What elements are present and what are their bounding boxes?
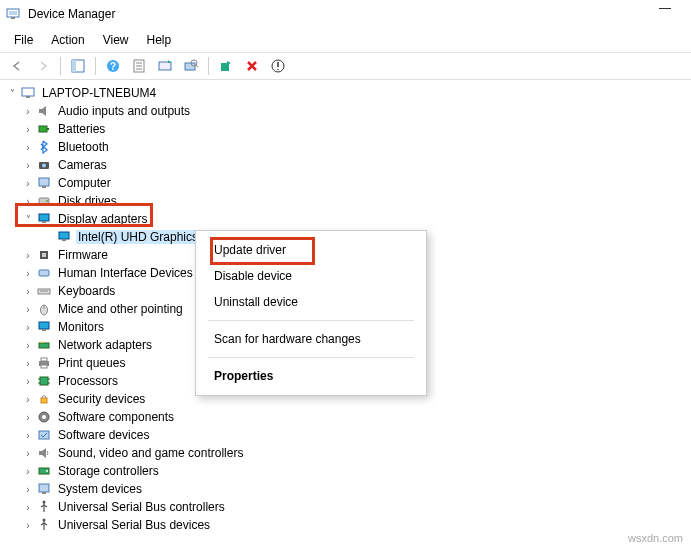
chevron-right-icon[interactable]: › [22, 484, 34, 495]
enable-button[interactable] [215, 55, 237, 77]
properties-button[interactable] [128, 55, 150, 77]
svg-text:?: ? [110, 61, 116, 72]
tree-item-usb-devices[interactable]: ›Universal Serial Bus devices [2, 516, 689, 534]
tree-item-batteries[interactable]: ›Batteries [2, 120, 689, 138]
monitor-icon [36, 319, 52, 335]
svg-point-26 [46, 200, 48, 202]
tree-item-bluetooth[interactable]: ›Bluetooth [2, 138, 689, 156]
chevron-down-icon[interactable]: ˅ [22, 214, 34, 225]
svg-point-59 [43, 519, 46, 522]
tree-label: Storage controllers [56, 464, 161, 478]
scan-button[interactable] [180, 55, 202, 77]
tree-label: Keyboards [56, 284, 117, 298]
chevron-right-icon[interactable]: › [22, 340, 34, 351]
chevron-right-icon[interactable]: › [22, 196, 34, 207]
tree-item-sound[interactable]: ›Sound, video and game controllers [2, 444, 689, 462]
component-icon [36, 409, 52, 425]
printer-icon [36, 355, 52, 371]
tree-item-storage[interactable]: ›Storage controllers [2, 462, 689, 480]
chevron-right-icon[interactable]: › [22, 448, 34, 459]
chevron-right-icon[interactable]: › [22, 412, 34, 423]
chevron-right-icon[interactable]: › [22, 520, 34, 531]
chevron-right-icon[interactable]: › [22, 286, 34, 297]
tree-label: System devices [56, 482, 144, 496]
chevron-right-icon[interactable]: › [22, 142, 34, 153]
tree-item-software-devices[interactable]: ›Software devices [2, 426, 689, 444]
svg-rect-24 [42, 186, 46, 188]
show-hide-tree-button[interactable] [67, 55, 89, 77]
bluetooth-icon [36, 139, 52, 155]
context-properties[interactable]: Properties [196, 363, 426, 389]
svg-line-14 [196, 65, 198, 67]
watermark: wsxdn.com [628, 532, 683, 544]
context-update-driver[interactable]: Update driver [196, 237, 426, 263]
tree-item-display-adapters[interactable]: ˅Display adapters [2, 210, 689, 228]
storage-icon [36, 463, 52, 479]
svg-rect-32 [42, 253, 46, 257]
context-scan-hardware[interactable]: Scan for hardware changes [196, 326, 426, 352]
separator [208, 320, 414, 321]
menu-action[interactable]: Action [43, 30, 92, 50]
tree-label: Software components [56, 410, 176, 424]
separator [95, 57, 96, 75]
menu-view[interactable]: View [95, 30, 137, 50]
chevron-right-icon[interactable]: › [22, 178, 34, 189]
tree-label: Intel(R) UHD Graphics [76, 230, 200, 244]
chevron-right-icon[interactable]: › [22, 250, 34, 261]
context-uninstall-device[interactable]: Uninstall device [196, 289, 426, 315]
context-menu: Update driver Disable device Uninstall d… [195, 230, 427, 396]
tree-label: Firmware [56, 248, 110, 262]
svg-rect-18 [26, 96, 30, 98]
tree-item-system[interactable]: ›System devices [2, 480, 689, 498]
chevron-right-icon[interactable]: › [22, 376, 34, 387]
audio-icon [36, 103, 52, 119]
tree-item-cameras[interactable]: ›Cameras [2, 156, 689, 174]
tree-item-disk-drives[interactable]: ›Disk drives [2, 192, 689, 210]
svg-rect-27 [39, 214, 49, 221]
menu-help[interactable]: Help [139, 30, 180, 50]
chevron-right-icon[interactable]: › [22, 358, 34, 369]
svg-rect-17 [22, 88, 34, 96]
back-button[interactable] [6, 55, 28, 77]
chevron-right-icon[interactable]: › [22, 106, 34, 117]
update-button[interactable] [154, 55, 176, 77]
svg-point-58 [43, 501, 46, 504]
tree-item-audio[interactable]: ›Audio inputs and outputs [2, 102, 689, 120]
svg-rect-28 [42, 221, 46, 223]
tree-label: Bluetooth [56, 140, 111, 154]
mouse-icon [36, 301, 52, 317]
chevron-down-icon[interactable]: ˅ [6, 88, 18, 99]
svg-rect-45 [40, 377, 48, 385]
chevron-right-icon[interactable]: › [22, 160, 34, 171]
chevron-right-icon[interactable]: › [22, 304, 34, 315]
tree-label: Mice and other pointing [56, 302, 185, 316]
chevron-right-icon[interactable]: › [22, 466, 34, 477]
chevron-right-icon[interactable]: › [22, 502, 34, 513]
svg-rect-44 [41, 365, 47, 368]
chevron-right-icon[interactable]: › [22, 124, 34, 135]
forward-button[interactable] [32, 55, 54, 77]
svg-rect-12 [185, 63, 195, 70]
chevron-right-icon[interactable]: › [22, 268, 34, 279]
disable-button[interactable] [241, 55, 263, 77]
uninstall-button[interactable] [267, 55, 289, 77]
tree-label: Human Interface Devices [56, 266, 195, 280]
tree-item-usb-controllers[interactable]: ›Universal Serial Bus controllers [2, 498, 689, 516]
help-button[interactable]: ? [102, 55, 124, 77]
chevron-right-icon[interactable]: › [22, 322, 34, 333]
svg-rect-57 [42, 492, 46, 494]
separator [208, 357, 414, 358]
minimize-button[interactable] [659, 8, 671, 9]
context-disable-device[interactable]: Disable device [196, 263, 426, 289]
usb-icon [36, 499, 52, 515]
chevron-right-icon[interactable]: › [22, 430, 34, 441]
tree-label: Monitors [56, 320, 106, 334]
computer-icon [20, 85, 36, 101]
tree-item-computer[interactable]: ›Computer [2, 174, 689, 192]
menu-file[interactable]: File [6, 30, 41, 50]
tree-root[interactable]: ˅ LAPTOP-LTNEBUM4 [2, 84, 689, 102]
tree-label: Cameras [56, 158, 109, 172]
chevron-right-icon[interactable]: › [22, 394, 34, 405]
svg-rect-4 [72, 60, 76, 72]
tree-item-software-components[interactable]: ›Software components [2, 408, 689, 426]
